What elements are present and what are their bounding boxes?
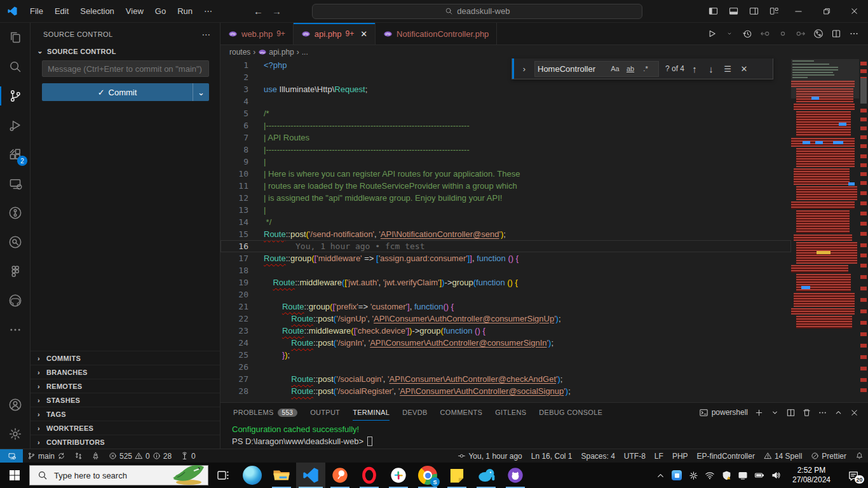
close-panel-icon[interactable] <box>850 408 859 417</box>
activity-more-views[interactable] <box>0 315 31 344</box>
activity-gitlens[interactable] <box>0 198 31 227</box>
taskbar-vscode[interactable] <box>296 463 325 488</box>
taskbar-search-box[interactable]: Type here to search <box>29 465 208 485</box>
match-case-toggle[interactable]: Aa <box>609 65 621 72</box>
find-input[interactable]: Aa ab .* <box>534 61 659 77</box>
status-cursor-position[interactable]: Ln 16, Col 1 <box>527 449 577 463</box>
menu-more[interactable]: ⋯ <box>198 3 218 20</box>
panel-tab-terminal[interactable]: TERMINAL <box>348 403 395 422</box>
activity-source-control[interactable] <box>0 81 31 111</box>
status-encoding[interactable]: UTF-8 <box>620 449 650 463</box>
status-indentation[interactable]: Spaces: 4 <box>576 449 619 463</box>
nav-back-icon[interactable]: ← <box>254 6 263 17</box>
find-in-selection-icon[interactable]: ☰ <box>721 62 734 75</box>
minimap-slider[interactable] <box>791 59 859 98</box>
taskbar-sticky-notes[interactable] <box>442 463 471 488</box>
tray-chevron-icon[interactable] <box>652 463 668 488</box>
tab-close-icon[interactable]: ✕ <box>360 29 367 39</box>
sidebar-section-branches[interactable]: ›BRANCHES <box>31 365 220 379</box>
tab-web-php[interactable]: phpweb.php9+ <box>220 23 294 44</box>
notification-center-button[interactable]: 20 <box>839 463 868 488</box>
scrollbar-thumb[interactable] <box>860 78 867 104</box>
overview-ruler[interactable] <box>859 59 868 402</box>
commit-dropdown-button[interactable]: ⌄ <box>193 83 209 101</box>
activity-settings[interactable] <box>0 419 31 449</box>
menu-selection[interactable]: Selection <box>74 6 119 16</box>
taskbar-postman[interactable] <box>325 463 355 488</box>
defender-icon[interactable]: ! <box>718 463 735 488</box>
search-highlight-crocodile-image[interactable] <box>171 463 207 485</box>
breadcrumb[interactable]: routes›phpapi.php›... <box>220 45 868 59</box>
run-button[interactable] <box>704 26 719 41</box>
sidebar-more-actions[interactable]: ⋯ <box>202 29 211 39</box>
status-spell-checker[interactable]: 14 Spell <box>759 449 806 463</box>
tray-pinwheel-icon[interactable] <box>685 463 702 488</box>
split-terminal-icon[interactable] <box>786 408 796 417</box>
menu-go[interactable]: Go <box>149 6 172 16</box>
taskbar-slack[interactable] <box>384 463 413 488</box>
activity-remote-explorer[interactable] <box>0 169 31 198</box>
status-branch[interactable]: main <box>23 449 70 463</box>
layout-sidebar-icon[interactable] <box>704 3 723 20</box>
terminal-more-icon[interactable] <box>818 408 827 417</box>
run-dropdown-icon[interactable] <box>722 26 737 41</box>
breadcrumb-item[interactable]: phpapi.php <box>258 48 294 57</box>
menu-run[interactable]: Run <box>172 6 198 16</box>
activity-explorer[interactable] <box>0 23 31 52</box>
nav-forward-icon[interactable]: → <box>272 6 281 17</box>
monitor-icon[interactable] <box>735 463 751 488</box>
volume-icon[interactable] <box>768 463 784 488</box>
tab-notificationcontroller-php[interactable]: phpNotificationController.php <box>376 23 497 44</box>
taskbar-laragon[interactable] <box>471 463 501 488</box>
status-blame-status[interactable]: You, 1 hour ago <box>453 449 526 463</box>
panel-tab-debug-console[interactable]: DEBUG CONSOLE <box>534 403 607 422</box>
breadcrumb-item[interactable]: ... <box>302 48 308 57</box>
layout-secondary-sidebar-icon[interactable] <box>745 3 764 20</box>
taskbar-chrome[interactable]: S <box>413 463 442 488</box>
minimap[interactable] <box>791 59 859 402</box>
panel-tab-problems[interactable]: PROBLEMS553 <box>228 403 302 422</box>
terminal[interactable]: Configuration cached successfully! PS D:… <box>220 422 868 447</box>
editor-more-actions-icon[interactable] <box>846 26 862 41</box>
window-close-button[interactable] <box>841 0 868 23</box>
previous-change-icon[interactable] <box>757 26 773 41</box>
taskbar-edge[interactable] <box>238 463 267 488</box>
taskbar-github-desktop[interactable] <box>501 463 530 488</box>
activity-accounts[interactable] <box>0 390 31 419</box>
status-notifications-bell[interactable] <box>851 449 868 463</box>
tray-app-icon[interactable] <box>668 463 685 488</box>
terminal-dropdown-icon[interactable] <box>770 408 780 417</box>
command-center-search[interactable]: deadskull-web <box>312 4 642 19</box>
layout-customize-icon[interactable] <box>765 3 784 20</box>
panel-tab-gitlens[interactable]: GITLENS <box>490 403 531 422</box>
panel-tab-devdb[interactable]: DEVDB <box>397 403 432 422</box>
tab-api-php[interactable]: phpapi.php9+✕ <box>294 23 376 44</box>
scm-section-header[interactable]: ⌄ SOURCE CONTROL <box>31 44 220 58</box>
activity-github[interactable] <box>0 286 31 315</box>
sidebar-section-worktrees[interactable]: ›WORKTREES <box>31 421 220 435</box>
battery-icon[interactable] <box>751 463 768 488</box>
find-expand-chevron-icon[interactable]: › <box>518 62 531 75</box>
layout-panel-icon[interactable] <box>724 3 743 20</box>
taskbar-opera[interactable] <box>355 463 384 488</box>
window-restore-button[interactable] <box>813 0 840 23</box>
kill-terminal-icon[interactable] <box>802 408 811 417</box>
start-button[interactable] <box>0 463 29 488</box>
sidebar-section-remotes[interactable]: ›REMOTES <box>31 379 220 393</box>
status-remote-indicator[interactable] <box>0 449 23 463</box>
activity-run-debug[interactable] <box>0 111 31 140</box>
find-query-field[interactable] <box>538 64 606 74</box>
status-eol[interactable]: LF <box>650 449 668 463</box>
sidebar-section-contributors[interactable]: ›CONTRIBUTORS <box>31 435 220 449</box>
whole-word-toggle[interactable]: ab <box>624 65 637 72</box>
shell-selector[interactable]: powershell <box>699 408 748 417</box>
activity-extensions[interactable]: 2 <box>0 140 31 169</box>
status-launchpad[interactable] <box>87 449 104 463</box>
window-minimize-button[interactable] <box>785 0 812 23</box>
status-language-mode[interactable]: PHP <box>668 449 693 463</box>
commit-message-input[interactable] <box>42 60 209 77</box>
maximize-panel-icon[interactable] <box>834 408 843 417</box>
commit-button[interactable]: ✓Commit ⌄ <box>42 83 209 101</box>
panel-tab-comments[interactable]: COMMENTS <box>435 403 488 422</box>
menu-file[interactable]: File <box>24 6 49 16</box>
